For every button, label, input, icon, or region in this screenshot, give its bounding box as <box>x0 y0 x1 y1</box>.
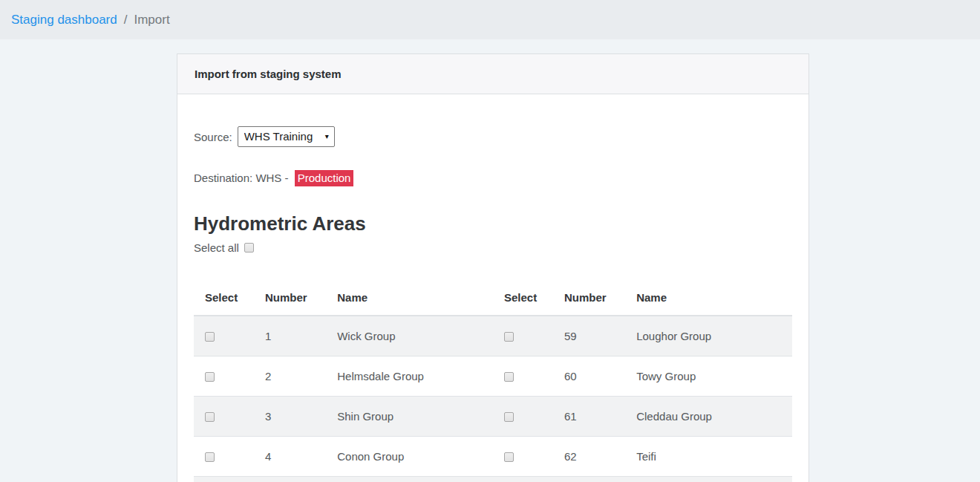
row-checkbox-right[interactable] <box>504 412 514 422</box>
row-name-right-cell: Loughor Group <box>625 316 792 356</box>
row-checkbox-left[interactable] <box>205 412 215 422</box>
destination-badge: Production <box>295 170 354 186</box>
table-row: 3Shin Group61Cleddau Group <box>194 396 792 436</box>
row-number-right-cell: 62 <box>553 436 625 476</box>
source-row: Source: WHS Training ▾ <box>194 126 792 147</box>
row-name-right-cell: Cleddau Group <box>625 396 792 436</box>
column-header-name-left: Name <box>326 280 493 316</box>
hydrometric-areas-table: Select Number Name Select Number Name 1W… <box>194 280 792 482</box>
row-name-left-cell: Helmsdale Group <box>326 356 493 396</box>
table-row-partial <box>194 476 792 482</box>
breadcrumb-separator: / <box>124 13 128 27</box>
breadcrumb-link-staging-dashboard[interactable]: Staging dashboard <box>11 13 117 27</box>
table-row: 4Conon Group62Teifi <box>194 436 792 476</box>
column-header-name-right: Name <box>625 280 792 316</box>
row-checkbox-right-cell <box>493 356 553 396</box>
card-body: Source: WHS Training ▾ Destination: WHS … <box>177 126 808 482</box>
row-number-left-cell: 1 <box>254 316 326 356</box>
column-header-number-left: Number <box>254 280 326 316</box>
card-header-title: Import from staging system <box>177 54 808 94</box>
row-checkbox-left-cell <box>194 316 254 356</box>
empty-cell <box>493 476 553 482</box>
import-card: Import from staging system Source: WHS T… <box>177 53 809 482</box>
row-checkbox-right-cell <box>493 436 553 476</box>
select-all-label: Select all <box>194 241 239 254</box>
row-checkbox-left-cell <box>194 356 254 396</box>
breadcrumb-current-import: Import <box>134 13 169 27</box>
row-checkbox-right[interactable] <box>504 452 514 462</box>
empty-cell <box>326 476 493 482</box>
column-header-select-right: Select <box>493 280 553 316</box>
row-checkbox-left-cell <box>194 396 254 436</box>
row-checkbox-right-cell <box>493 396 553 436</box>
row-name-right-cell: Towy Group <box>625 356 792 396</box>
row-checkbox-right[interactable] <box>504 332 514 342</box>
source-select[interactable]: WHS Training <box>238 126 335 147</box>
empty-cell <box>625 476 792 482</box>
row-number-left-cell: 3 <box>254 396 326 436</box>
row-checkbox-left[interactable] <box>205 332 215 342</box>
row-name-right-cell: Teifi <box>625 436 792 476</box>
table-body: 1Wick Group59Loughor Group2Helmsdale Gro… <box>194 316 792 482</box>
empty-cell <box>194 476 254 482</box>
row-name-left-cell: Wick Group <box>326 316 493 356</box>
table-header-row: Select Number Name Select Number Name <box>194 280 792 316</box>
row-number-right-cell: 60 <box>553 356 625 396</box>
table-row: 2Helmsdale Group60Towy Group <box>194 356 792 396</box>
select-all-row: Select all <box>194 241 792 254</box>
row-checkbox-right-cell <box>493 316 553 356</box>
column-header-select-left: Select <box>194 280 254 316</box>
row-name-left-cell: Conon Group <box>326 436 493 476</box>
source-select-wrap: WHS Training ▾ <box>238 126 335 147</box>
row-checkbox-left[interactable] <box>205 372 215 382</box>
row-number-left-cell: 2 <box>254 356 326 396</box>
table-row: 1Wick Group59Loughor Group <box>194 316 792 356</box>
select-all-checkbox[interactable] <box>244 243 254 253</box>
row-checkbox-left-cell <box>194 436 254 476</box>
row-checkbox-left[interactable] <box>205 452 215 462</box>
column-header-number-right: Number <box>553 280 625 316</box>
page-title: Hydrometric Areas <box>194 211 792 236</box>
destination-row: Destination: WHS - Production <box>194 170 792 186</box>
row-number-left-cell: 4 <box>254 436 326 476</box>
destination-label: Destination: WHS - <box>194 172 289 184</box>
source-label: Source: <box>194 131 232 143</box>
row-number-right-cell: 59 <box>553 316 625 356</box>
empty-cell <box>553 476 625 482</box>
empty-cell <box>254 476 326 482</box>
row-checkbox-right[interactable] <box>504 372 514 382</box>
row-number-right-cell: 61 <box>553 396 625 436</box>
row-name-left-cell: Shin Group <box>326 396 493 436</box>
breadcrumb: Staging dashboard / Import <box>0 0 980 39</box>
